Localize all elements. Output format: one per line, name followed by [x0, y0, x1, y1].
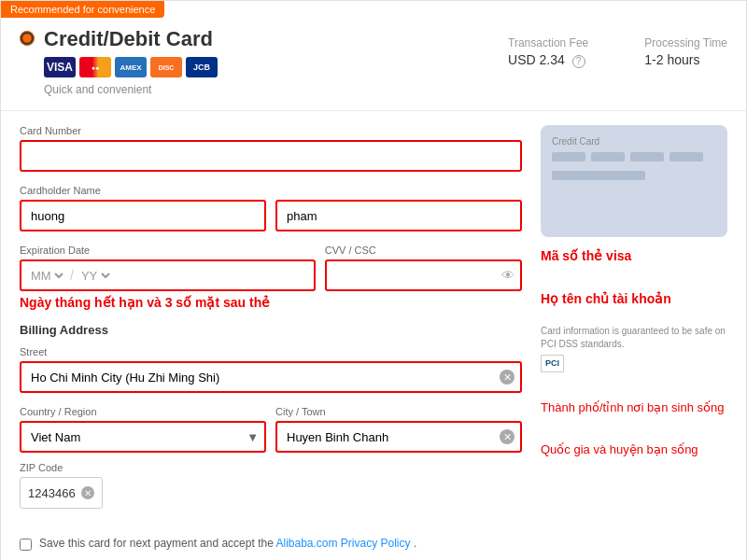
card-preview-label: Credit Card	[552, 136, 716, 147]
city-label: City / Town	[275, 406, 522, 417]
form-section: Card Number Cardholder Name Expiration D…	[1, 111, 746, 527]
name-row	[20, 200, 522, 231]
street-wrapper: ✕	[20, 361, 522, 393]
save-checkbox[interactable]	[20, 539, 32, 551]
country-city-annotation: Quốc gia và huyện bạn sống	[541, 442, 727, 456]
header-left: Credit/Debit Card VISA ●● AMEX DISC JCB …	[20, 27, 508, 96]
country-select[interactable]: Viet Nam United States China Japan	[20, 421, 266, 453]
discover-logo: DISC	[150, 57, 182, 77]
card-info: Credit/Debit Card VISA ●● AMEX DISC JCB …	[44, 27, 218, 96]
month-select[interactable]: MM 01020304 05060708 09101112	[27, 261, 66, 289]
fee-value: USD 2.34 ?	[508, 52, 588, 68]
billing-title: Billing Address	[20, 323, 522, 337]
expiry-label: Expiration Date	[20, 245, 316, 256]
cvv-wrapper: 👁	[325, 259, 522, 291]
mastercard-logo: ●●	[79, 57, 111, 77]
cvv-label: CVV / CSC	[325, 245, 522, 256]
fee-label: Transaction Fee	[508, 36, 588, 49]
processing-label: Processing Time	[644, 36, 727, 49]
card-preview: Credit Card	[541, 125, 727, 237]
zip-clear-icon[interactable]: ✕	[81, 486, 94, 499]
cardholder-group: Cardholder Name	[20, 185, 522, 231]
recommended-badge: Recommended for convenience	[1, 1, 164, 18]
cardholder-annotation: Họ tên chủ tài khoản	[541, 291, 727, 306]
expiry-wrapper: MM 01020304 05060708 09101112 / YY 24252…	[20, 259, 316, 291]
city-clear-icon[interactable]: ✕	[500, 429, 514, 444]
header-meta: Transaction Fee USD 2.34 ? Processing Ti…	[508, 27, 727, 68]
processing-block: Processing Time 1-2 hours	[644, 36, 727, 68]
card-block-3	[630, 152, 664, 161]
card-block-4	[669, 152, 703, 161]
eye-icon[interactable]: 👁	[501, 268, 514, 283]
year-select[interactable]: YY 2425262728	[78, 261, 113, 289]
card-number-group: Card Number	[20, 125, 522, 172]
payment-form-container: Recommended for convenience Credit/Debit…	[0, 0, 747, 560]
amex-logo: AMEX	[115, 57, 147, 77]
save-text: Save this card for next payment and acce…	[39, 537, 416, 550]
payment-title: Credit/Debit Card	[44, 27, 218, 51]
card-name-preview	[552, 171, 645, 180]
street-clear-icon[interactable]: ✕	[500, 370, 514, 385]
cvv-group: CVV / CSC 👁	[325, 245, 522, 291]
city-input[interactable]	[275, 421, 522, 453]
street-group: Street ✕	[20, 346, 522, 393]
city-wrapper: ✕	[275, 421, 522, 453]
country-city-row: Country / Region Viet Nam United States …	[20, 406, 522, 453]
card-logos: VISA ●● AMEX DISC JCB	[44, 57, 218, 77]
privacy-policy-link[interactable]: Alibaba.com Privacy Policy	[275, 537, 410, 550]
zip-group: ZIP Code 1243466 ✕	[20, 462, 522, 509]
expiry-separator: /	[70, 268, 74, 283]
country-group: Country / Region Viet Nam United States …	[20, 406, 266, 453]
fee-info-icon[interactable]: ?	[572, 55, 585, 68]
city-group: City / Town ✕	[275, 406, 522, 453]
processing-value: 1-2 hours	[644, 52, 727, 67]
street-label: Street	[20, 346, 522, 357]
card-number-annotation: Mã số thẻ visa	[541, 248, 727, 263]
cardholder-label: Cardholder Name	[20, 185, 522, 196]
card-number-input[interactable]	[20, 140, 522, 172]
payment-radio[interactable]	[20, 31, 35, 46]
zip-label: ZIP Code	[20, 462, 522, 473]
pci-badge: PCI	[541, 355, 564, 372]
cvv-input[interactable]	[325, 259, 522, 291]
zip-wrapper: 1243466 ✕	[20, 477, 103, 509]
form-left: Card Number Cardholder Name Expiration D…	[20, 125, 522, 509]
jcb-logo: JCB	[186, 57, 218, 77]
visa-logo: VISA	[44, 57, 76, 77]
country-wrapper: Viet Nam United States China Japan ▼	[20, 421, 266, 453]
expiry-group: Expiration Date MM 01020304 05060708 091…	[20, 245, 316, 291]
payment-subtitle: Quick and convenient	[44, 83, 218, 96]
card-number-label: Card Number	[20, 125, 522, 136]
last-name-input[interactable]	[275, 200, 522, 231]
pci-text: Card information is guaranteed to be saf…	[541, 325, 727, 351]
pci-section: Card information is guaranteed to be saf…	[541, 325, 727, 372]
street-annotation: Thành phố/tỉnh nơi bạn sinh sống	[541, 400, 727, 414]
card-block-2	[591, 152, 625, 161]
card-block-1	[552, 152, 585, 161]
zip-value: 1243466	[28, 486, 76, 500]
expiry-cvv-row: Expiration Date MM 01020304 05060708 091…	[20, 245, 522, 291]
form-right: Credit Card Mã số thẻ visa Họ tên chủ tà…	[541, 125, 727, 509]
first-name-input[interactable]	[20, 200, 266, 231]
expiry-annotation: Ngày tháng hết hạn và 3 số mặt sau thẻ	[20, 295, 522, 310]
card-number-preview	[552, 152, 716, 161]
fee-block: Transaction Fee USD 2.34 ?	[508, 36, 588, 68]
country-label: Country / Region	[20, 406, 266, 417]
save-section: Save this card for next payment and acce…	[1, 527, 746, 560]
street-input[interactable]	[20, 361, 522, 393]
